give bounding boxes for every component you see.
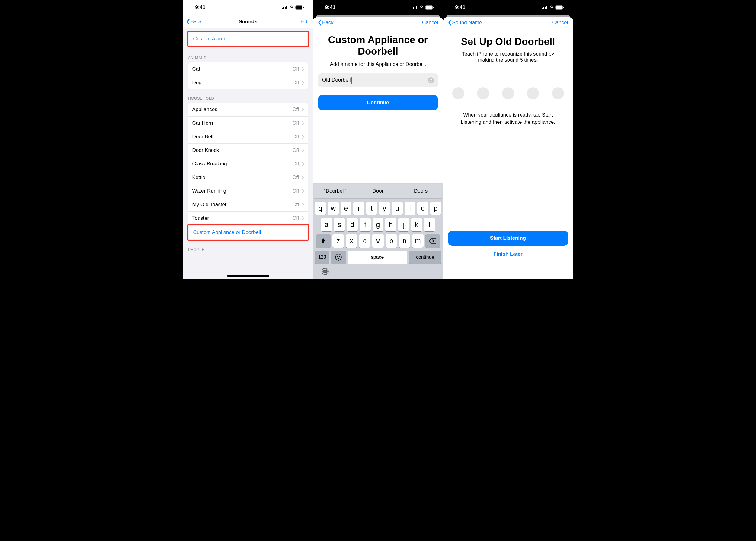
row-value: Off bbox=[292, 107, 304, 113]
row-value: Off bbox=[292, 147, 304, 153]
dot bbox=[502, 87, 514, 99]
screen-name-input: 9:41 Back Cancel Custom Appliance or Doo… bbox=[313, 0, 443, 279]
chevron-right-icon bbox=[302, 108, 304, 112]
row-label: My Old Toaster bbox=[192, 202, 227, 208]
space-key[interactable]: space bbox=[348, 251, 407, 264]
key-i[interactable]: i bbox=[404, 202, 415, 215]
key-n[interactable]: n bbox=[399, 234, 410, 248]
list-row[interactable]: Water Running Off bbox=[188, 184, 308, 198]
key-m[interactable]: m bbox=[412, 234, 423, 248]
row-label: Glass Breaking bbox=[192, 161, 227, 167]
globe-icon[interactable] bbox=[321, 268, 329, 276]
home-indicator bbox=[227, 275, 269, 276]
custom-appliance-label: Custom Appliance or Doorbell bbox=[193, 230, 261, 236]
key-r[interactable]: r bbox=[353, 202, 364, 215]
svg-point-9 bbox=[339, 256, 340, 257]
back-button[interactable]: Sound Name bbox=[448, 20, 482, 26]
suggestion[interactable]: Doors bbox=[399, 184, 442, 198]
clear-icon[interactable] bbox=[428, 77, 434, 83]
key-b[interactable]: b bbox=[385, 234, 397, 248]
list-row[interactable]: Toaster Off bbox=[188, 211, 308, 225]
row-label: Door Knock bbox=[192, 147, 219, 153]
key-w[interactable]: w bbox=[328, 202, 339, 215]
sheet-subtitle: Teach iPhone to recognize this sound by … bbox=[443, 50, 573, 66]
key-c[interactable]: c bbox=[359, 234, 371, 248]
status-time: 9:41 bbox=[325, 5, 336, 11]
svg-point-8 bbox=[337, 256, 338, 257]
list-row[interactable]: My Old Toaster Off bbox=[188, 198, 308, 211]
key-a[interactable]: a bbox=[321, 218, 332, 231]
key-t[interactable]: t bbox=[366, 202, 377, 215]
status-bar: 9:41 bbox=[313, 0, 443, 15]
key-p[interactable]: p bbox=[430, 202, 441, 215]
key-j[interactable]: j bbox=[398, 218, 409, 231]
key-o[interactable]: o bbox=[417, 202, 428, 215]
cancel-button[interactable]: Cancel bbox=[414, 20, 438, 26]
list-row[interactable]: Appliances Off bbox=[188, 103, 308, 116]
list-row[interactable]: Door Bell Off bbox=[188, 130, 308, 143]
continue-key[interactable]: continue bbox=[409, 251, 441, 264]
list-row[interactable]: Glass Breaking Off bbox=[188, 157, 308, 171]
custom-appliance-row[interactable]: Custom Appliance or Doorbell bbox=[189, 226, 307, 239]
back-button[interactable]: Back bbox=[186, 19, 211, 25]
numbers-key[interactable]: 123 bbox=[315, 251, 330, 264]
chevron-right-icon bbox=[302, 203, 304, 207]
back-label: Back bbox=[191, 19, 202, 25]
key-s[interactable]: s bbox=[334, 218, 345, 231]
start-listening-button[interactable]: Start Listening bbox=[448, 231, 568, 246]
highlight-custom-alarm: Custom Alarm bbox=[188, 31, 309, 47]
progress-dots bbox=[443, 66, 573, 111]
key-x[interactable]: x bbox=[346, 234, 357, 248]
row-value: Off bbox=[292, 80, 304, 86]
continue-button[interactable]: Continue bbox=[318, 95, 438, 110]
key-l[interactable]: l bbox=[424, 218, 435, 231]
cancel-button[interactable]: Cancel bbox=[544, 20, 568, 26]
name-input[interactable]: Old Doorbell bbox=[318, 73, 438, 87]
key-e[interactable]: e bbox=[341, 202, 352, 215]
custom-alarm-row[interactable]: Custom Alarm bbox=[189, 32, 307, 46]
suggestion[interactable]: Door bbox=[357, 184, 399, 198]
list-row[interactable]: Kettle Off bbox=[188, 171, 308, 184]
emoji-key[interactable] bbox=[331, 251, 346, 264]
edit-button[interactable]: Edit bbox=[286, 19, 310, 25]
delete-key[interactable] bbox=[425, 234, 440, 248]
finish-later-button[interactable]: Finish Later bbox=[448, 246, 568, 263]
row-value: Off bbox=[292, 188, 304, 194]
key-d[interactable]: d bbox=[347, 218, 358, 231]
status-indicators bbox=[542, 5, 565, 10]
animals-group: Cat Off Dog Off bbox=[188, 63, 308, 89]
animals-header: ANIMALS bbox=[183, 49, 313, 63]
people-header: PEOPLE bbox=[183, 241, 313, 254]
screen-sounds-list: 9:41 Back Sounds Edit Custom Alarm ANIMA… bbox=[183, 0, 313, 279]
list-row[interactable]: Car Horn Off bbox=[188, 116, 308, 130]
key-v[interactable]: v bbox=[372, 234, 384, 248]
key-f[interactable]: f bbox=[360, 218, 371, 231]
key-y[interactable]: y bbox=[379, 202, 390, 215]
key-q[interactable]: q bbox=[315, 202, 326, 215]
key-g[interactable]: g bbox=[373, 218, 384, 231]
keyboard: “Doorbell” Door Doors qwertyuiop asdfghj… bbox=[313, 183, 443, 279]
row-value: Off bbox=[292, 175, 304, 181]
back-label: Back bbox=[322, 20, 334, 26]
list-row[interactable]: Cat Off bbox=[188, 63, 308, 76]
status-bar: 9:41 bbox=[443, 0, 573, 15]
back-button[interactable]: Back bbox=[318, 20, 342, 26]
row-label: Toaster bbox=[192, 215, 209, 221]
key-u[interactable]: u bbox=[391, 202, 402, 215]
list-row[interactable]: Door Knock Off bbox=[188, 143, 308, 157]
key-k[interactable]: k bbox=[411, 218, 422, 231]
suggestion[interactable]: “Doorbell” bbox=[314, 184, 357, 198]
chevron-left-icon bbox=[448, 20, 452, 26]
key-h[interactable]: h bbox=[385, 218, 396, 231]
list-row[interactable]: Dog Off bbox=[188, 76, 308, 89]
kb-suggestions: “Doorbell” Door Doors bbox=[314, 184, 442, 199]
key-z[interactable]: z bbox=[333, 234, 344, 248]
shift-key[interactable] bbox=[316, 234, 331, 248]
sheet-title: Custom Appliance or Doorbell bbox=[313, 28, 443, 60]
instruction-text: When your appliance is ready, tap Start … bbox=[443, 111, 573, 126]
text-cursor bbox=[351, 77, 352, 84]
row-value: Off bbox=[292, 134, 304, 140]
nav-bar: Back Cancel bbox=[313, 17, 443, 28]
row-value: Off bbox=[292, 161, 304, 167]
row-value: Off bbox=[292, 202, 304, 208]
